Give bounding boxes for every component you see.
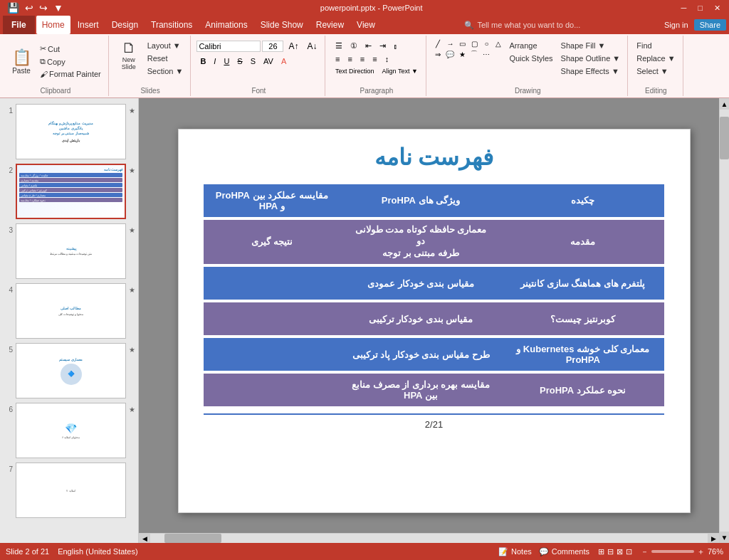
underline-button[interactable]: U xyxy=(220,56,233,67)
h-scroll-track[interactable] xyxy=(150,534,708,543)
shape-callout[interactable]: 💬 xyxy=(444,49,456,59)
strikethrough-button[interactable]: S xyxy=(234,56,246,67)
animations-menu[interactable]: Animations xyxy=(199,16,253,34)
slide-item-6[interactable]: 6 💎 محتوای اسلاید ۶ ★ xyxy=(3,403,135,458)
align-left-button[interactable]: ≡ xyxy=(332,53,343,65)
maximize-icon[interactable]: □ xyxy=(695,4,706,13)
share-btn[interactable]: Share xyxy=(694,19,726,31)
slide-item-2[interactable]: 2 فهرست نامه چکیده / ویژگی / مقایسه مقدم… xyxy=(3,164,135,219)
view-reading-icon[interactable]: ⊡ xyxy=(626,547,632,556)
format-painter-button[interactable]: 🖌 Format Painter xyxy=(37,68,104,80)
shape-effects-button[interactable]: Shape Effects ▼ xyxy=(558,65,624,77)
canvas-area[interactable]: ▲ ▼ فهرست نامه چکیده ویژگی های ProHPA مق… xyxy=(139,98,729,543)
insert-menu[interactable]: Insert xyxy=(72,16,105,34)
increase-indent-button[interactable]: ⇥ xyxy=(376,40,389,52)
shadow-button[interactable]: S xyxy=(247,56,259,67)
transitions-menu[interactable]: Transitions xyxy=(145,16,198,34)
notes-button[interactable]: Notes xyxy=(511,547,532,556)
slide-item-5[interactable]: 5 معماری سیستم 🔷 ★ xyxy=(3,343,135,398)
align-right-button[interactable]: ≡ xyxy=(357,53,368,65)
slide-thumb-6[interactable]: 💎 محتوای اسلاید ۶ xyxy=(16,403,126,458)
home-menu[interactable]: Home xyxy=(36,16,70,34)
shape-line[interactable]: ╱ xyxy=(432,38,444,48)
section-button[interactable]: Section ▼ xyxy=(145,65,187,77)
slide-thumb-7[interactable]: اسلاید ۷ xyxy=(16,463,126,518)
search-bar[interactable]: Tell me what you want to do... xyxy=(477,21,580,29)
scroll-thumb[interactable] xyxy=(720,117,729,159)
cut-button[interactable]: ✂ Cut xyxy=(37,43,104,55)
slide-item-3[interactable]: 3 پیشینه متن توضیحات پیشینه و مطالب مرتب… xyxy=(3,223,135,279)
shape-star[interactable]: ★ xyxy=(456,49,468,59)
bold-button[interactable]: B xyxy=(196,56,209,67)
scroll-left-btn[interactable]: ◀ xyxy=(139,534,150,544)
quick-styles-button[interactable]: Quick Styles xyxy=(506,53,555,64)
slide-thumb-5[interactable]: معماری سیستم 🔷 xyxy=(16,343,126,398)
view-slide-sorter-icon[interactable]: ⊠ xyxy=(617,547,623,556)
slide-thumb-2[interactable]: فهرست نامه چکیده / ویژگی / مقایسه مقدمه … xyxy=(16,164,126,219)
slides-panel[interactable]: 1 مدیریت منابع پردازش و بهنگام یادگیری م… xyxy=(0,98,139,543)
arrange-button[interactable]: Arrange xyxy=(506,40,555,51)
reset-button[interactable]: Reset xyxy=(145,53,187,64)
numbering-button[interactable]: ① xyxy=(347,40,361,52)
shape-rt-arrow[interactable]: ⇒ xyxy=(432,49,444,59)
justify-button[interactable]: ≡ xyxy=(369,53,380,65)
shape-rounded-rect[interactable]: ▢ xyxy=(468,38,480,48)
slide-thumb-3[interactable]: پیشینه متن توضیحات پیشینه و مطالب مرتبط xyxy=(16,223,126,279)
align-text-button[interactable]: Align Text ▼ xyxy=(379,66,421,76)
customize-icon[interactable]: ▼ xyxy=(52,2,65,14)
find-button[interactable]: Find xyxy=(634,40,678,51)
zoom-controls[interactable]: － ＋ 76% xyxy=(641,546,723,557)
shape-outline-button[interactable]: Shape Outline ▼ xyxy=(558,53,624,64)
increase-font-btn[interactable]: A↑ xyxy=(285,40,302,53)
bullets-button[interactable]: ☰ xyxy=(332,40,346,52)
zoom-slider[interactable] xyxy=(651,550,694,553)
view-normal-icon[interactable]: ⊞ xyxy=(598,547,604,556)
scroll-down-btn[interactable]: ▼ xyxy=(720,532,729,543)
close-icon[interactable]: ✕ xyxy=(711,4,723,13)
shape-more[interactable]: ⋯ xyxy=(481,49,492,59)
zoom-in-btn[interactable]: ＋ xyxy=(697,546,705,557)
comments-button[interactable]: Comments xyxy=(552,547,589,556)
align-center-button[interactable]: ≡ xyxy=(344,53,355,65)
shape-oval[interactable]: ○ xyxy=(481,38,492,48)
shape-fill-button[interactable]: Shape Fill ▼ xyxy=(558,40,624,51)
new-slide-button[interactable]: 🗋 NewSlide xyxy=(115,37,143,73)
slideshow-menu[interactable]: Slide Show xyxy=(255,16,309,34)
design-menu[interactable]: Design xyxy=(106,16,144,34)
sign-in-btn[interactable]: Sign in xyxy=(664,21,688,29)
review-menu[interactable]: Review xyxy=(310,16,350,34)
font-color-button[interactable]: A xyxy=(278,56,290,67)
redo-icon[interactable]: ↪ xyxy=(38,2,49,14)
replace-button[interactable]: Replace ▼ xyxy=(634,53,678,64)
copy-button[interactable]: ⧉ Copy xyxy=(37,56,104,68)
h-scroll-thumb[interactable] xyxy=(164,534,221,543)
zoom-out-btn[interactable]: － xyxy=(641,546,649,557)
shape-rect[interactable]: ▭ xyxy=(456,38,468,48)
slide-item-4[interactable]: 4 مطالب اصلی محتوا و توضیحات کلی ★ xyxy=(3,283,135,339)
font-name-input[interactable] xyxy=(196,41,261,52)
line-spacing-button[interactable]: ↕ xyxy=(382,53,393,65)
decrease-font-btn[interactable]: A↓ xyxy=(303,40,320,53)
layout-button[interactable]: Layout ▼ xyxy=(145,40,187,51)
window-controls[interactable]: ─ □ ✕ xyxy=(678,4,723,13)
scroll-up-btn[interactable]: ▲ xyxy=(720,98,729,110)
view-outline-icon[interactable]: ⊟ xyxy=(607,547,614,556)
slide-thumb-1[interactable]: مدیریت منابع پردازش و بهنگام یادگیری ماش… xyxy=(16,104,126,159)
slide-item-7[interactable]: 7 اسلاید ۷ ★ xyxy=(3,463,135,518)
shape-triangle[interactable]: △ xyxy=(493,38,504,48)
vertical-scrollbar[interactable]: ▲ ▼ xyxy=(719,98,729,543)
slide-item-1[interactable]: 1 مدیریت منابع پردازش و بهنگام یادگیری م… xyxy=(3,104,135,159)
minimize-icon[interactable]: ─ xyxy=(678,4,690,13)
select-button[interactable]: Select ▼ xyxy=(634,65,678,77)
scroll-track[interactable] xyxy=(720,110,729,532)
paste-button[interactable]: 📋 Paste xyxy=(7,46,36,78)
shape-arrow[interactable]: → xyxy=(444,38,456,48)
view-menu[interactable]: View xyxy=(351,16,381,34)
file-menu[interactable]: File xyxy=(3,16,35,34)
decrease-indent-button[interactable]: ⇤ xyxy=(362,40,375,52)
italic-button[interactable]: I xyxy=(210,56,219,67)
slide-thumb-4[interactable]: مطالب اصلی محتوا و توضیحات کلی xyxy=(16,283,126,339)
text-direction-button[interactable]: Text Direction xyxy=(332,66,378,76)
quick-access-toolbar[interactable]: 💾 ↩ ↪ ▼ xyxy=(6,2,65,14)
save-icon[interactable]: 💾 xyxy=(6,2,21,14)
